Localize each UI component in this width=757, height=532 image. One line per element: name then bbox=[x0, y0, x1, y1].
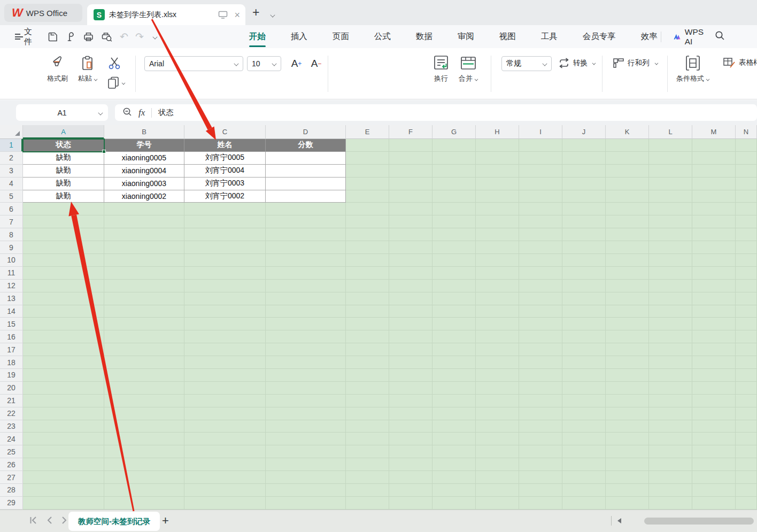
cell-N15[interactable] bbox=[736, 318, 757, 330]
cell-H11[interactable] bbox=[476, 267, 519, 280]
cell-E19[interactable] bbox=[346, 369, 389, 382]
cell-H28[interactable] bbox=[476, 484, 519, 497]
row-header-24[interactable]: 24 bbox=[0, 433, 23, 445]
row-header-15[interactable]: 15 bbox=[0, 318, 23, 330]
cell-B15[interactable] bbox=[104, 318, 184, 330]
cell-E3[interactable] bbox=[346, 165, 389, 178]
cell-E14[interactable] bbox=[346, 305, 389, 318]
cell-N19[interactable] bbox=[736, 369, 757, 382]
cell-N29[interactable] bbox=[736, 497, 757, 510]
cell-D1[interactable]: 分数 bbox=[266, 139, 346, 152]
cell-N17[interactable] bbox=[736, 343, 757, 356]
row-header-8[interactable]: 8 bbox=[0, 228, 23, 241]
cell-M3[interactable] bbox=[692, 165, 736, 178]
cell-N8[interactable] bbox=[736, 228, 757, 241]
cell-G3[interactable] bbox=[432, 165, 476, 178]
cell-L5[interactable] bbox=[649, 190, 692, 203]
print-icon[interactable] bbox=[83, 32, 94, 42]
cell-E26[interactable] bbox=[346, 458, 389, 471]
paste-button[interactable]: 粘贴 bbox=[78, 56, 97, 83]
cell-C24[interactable] bbox=[184, 433, 266, 445]
cell-C16[interactable] bbox=[184, 330, 266, 343]
cell-F26[interactable] bbox=[389, 458, 432, 471]
cell-N27[interactable] bbox=[736, 471, 757, 484]
cell-K9[interactable] bbox=[606, 241, 649, 254]
cell-M7[interactable] bbox=[692, 215, 736, 228]
cell-M28[interactable] bbox=[692, 484, 736, 497]
cell-L4[interactable] bbox=[649, 178, 692, 190]
cell-K14[interactable] bbox=[606, 305, 649, 318]
cell-K11[interactable] bbox=[606, 267, 649, 280]
cell-L1[interactable] bbox=[649, 139, 692, 152]
ribbon-tab-开始[interactable]: 开始 bbox=[249, 31, 266, 42]
cell-F1[interactable] bbox=[389, 139, 432, 152]
cell-F13[interactable] bbox=[389, 292, 432, 305]
cell-K5[interactable] bbox=[606, 190, 649, 203]
cell-D12[interactable] bbox=[266, 280, 346, 292]
cell-J14[interactable] bbox=[562, 305, 606, 318]
redo-icon[interactable]: ↷ bbox=[135, 32, 144, 42]
cell-N6[interactable] bbox=[736, 203, 757, 215]
cell-I7[interactable] bbox=[519, 215, 562, 228]
cell-B25[interactable] bbox=[104, 445, 184, 458]
row-header-16[interactable]: 16 bbox=[0, 330, 23, 343]
cell-A22[interactable] bbox=[23, 407, 104, 420]
cell-H12[interactable] bbox=[476, 280, 519, 292]
cell-A14[interactable] bbox=[23, 305, 104, 318]
cell-A11[interactable] bbox=[23, 267, 104, 280]
cell-N5[interactable] bbox=[736, 190, 757, 203]
cell-D4[interactable] bbox=[266, 178, 346, 190]
cell-J19[interactable] bbox=[562, 369, 606, 382]
ribbon-tab-插入[interactable]: 插入 bbox=[291, 31, 307, 42]
cell-I18[interactable] bbox=[519, 356, 562, 369]
cell-N2[interactable] bbox=[736, 152, 757, 165]
cell-N9[interactable] bbox=[736, 241, 757, 254]
cell-K1[interactable] bbox=[606, 139, 649, 152]
cell-D26[interactable] bbox=[266, 458, 346, 471]
row-header-22[interactable]: 22 bbox=[0, 407, 23, 420]
cell-A3[interactable]: 缺勤 bbox=[23, 165, 104, 178]
ribbon-tab-审阅[interactable]: 审阅 bbox=[458, 31, 474, 42]
row-header-1[interactable]: 1 bbox=[0, 139, 23, 152]
cell-B10[interactable] bbox=[104, 254, 184, 267]
cell-G16[interactable] bbox=[432, 330, 476, 343]
cell-E13[interactable] bbox=[346, 292, 389, 305]
cell-B4[interactable]: xiaoning0003 bbox=[104, 178, 184, 190]
cell-G9[interactable] bbox=[432, 241, 476, 254]
cell-J18[interactable] bbox=[562, 356, 606, 369]
cell-K13[interactable] bbox=[606, 292, 649, 305]
cell-H2[interactable] bbox=[476, 152, 519, 165]
cell-D17[interactable] bbox=[266, 343, 346, 356]
cell-D11[interactable] bbox=[266, 267, 346, 280]
ribbon-tab-数据[interactable]: 数据 bbox=[416, 31, 432, 42]
format-painter-button[interactable]: 格式刷 bbox=[47, 56, 68, 83]
cell-F15[interactable] bbox=[389, 318, 432, 330]
cell-N13[interactable] bbox=[736, 292, 757, 305]
cell-L29[interactable] bbox=[649, 497, 692, 510]
column-header-D[interactable]: D bbox=[266, 125, 346, 139]
cell-I10[interactable] bbox=[519, 254, 562, 267]
cell-M23[interactable] bbox=[692, 420, 736, 433]
ribbon-tab-工具[interactable]: 工具 bbox=[541, 31, 558, 42]
cell-E2[interactable] bbox=[346, 152, 389, 165]
print-preview-icon[interactable] bbox=[101, 32, 113, 42]
cell-J7[interactable] bbox=[562, 215, 606, 228]
cell-J21[interactable] bbox=[562, 395, 606, 407]
cell-I16[interactable] bbox=[519, 330, 562, 343]
cell-A13[interactable] bbox=[23, 292, 104, 305]
row-header-7[interactable]: 7 bbox=[0, 215, 23, 228]
cell-K16[interactable] bbox=[606, 330, 649, 343]
row-header-20[interactable]: 20 bbox=[0, 382, 23, 395]
cell-M22[interactable] bbox=[692, 407, 736, 420]
cell-B11[interactable] bbox=[104, 267, 184, 280]
cell-N4[interactable] bbox=[736, 178, 757, 190]
cell-N24[interactable] bbox=[736, 433, 757, 445]
cell-J28[interactable] bbox=[562, 484, 606, 497]
rows-columns-button[interactable]: 行和列 bbox=[613, 58, 658, 68]
cell-L24[interactable] bbox=[649, 433, 692, 445]
row-header-14[interactable]: 14 bbox=[0, 305, 23, 318]
column-header-E[interactable]: E bbox=[346, 125, 389, 139]
cell-K23[interactable] bbox=[606, 420, 649, 433]
cell-J10[interactable] bbox=[562, 254, 606, 267]
row-header-23[interactable]: 23 bbox=[0, 420, 23, 433]
